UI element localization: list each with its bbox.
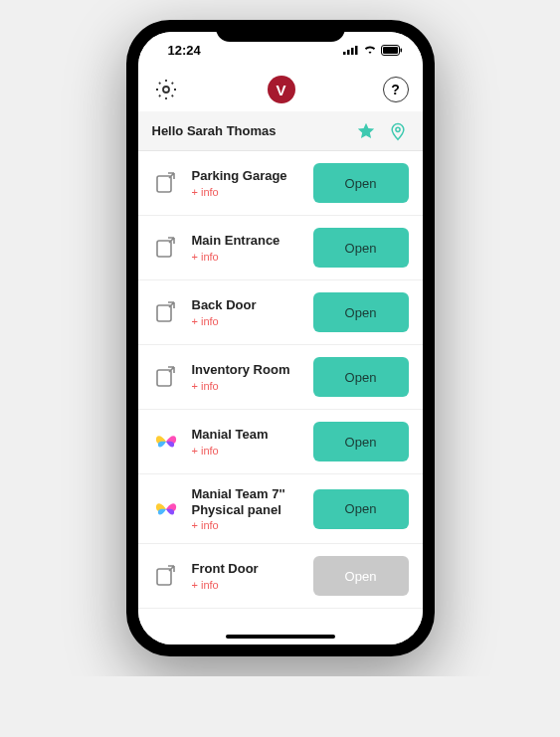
svg-rect-9 xyxy=(157,176,171,192)
door-list[interactable]: Parking Garage+ infoOpenMain Entrance+ i… xyxy=(138,151,423,645)
svg-point-7 xyxy=(163,87,169,92)
svg-rect-5 xyxy=(383,47,398,54)
item-body: Inventory Room+ info xyxy=(192,362,301,392)
status-indicators xyxy=(285,45,403,56)
item-body: Manial Team+ info xyxy=(192,427,301,457)
app-header: V ? xyxy=(138,68,423,111)
greeting-text: Hello Sarah Thomas xyxy=(152,123,277,138)
phone-frame: 12:24 V xyxy=(126,20,435,656)
open-button: Open xyxy=(313,556,409,596)
svg-rect-6 xyxy=(400,48,402,52)
open-button[interactable]: Open xyxy=(313,422,409,461)
item-body: Main Entrance+ info xyxy=(192,233,301,263)
wifi-icon xyxy=(363,45,377,55)
svg-rect-12 xyxy=(157,370,171,386)
item-body: Parking Garage+ info xyxy=(192,168,301,198)
help-button[interactable]: ? xyxy=(383,77,409,102)
item-info-link[interactable]: + info xyxy=(192,519,301,531)
list-item: Inventory Room+ infoOpen xyxy=(138,345,423,410)
svg-rect-10 xyxy=(157,241,171,257)
app-logo: V xyxy=(268,76,295,103)
item-body: Manial Team 7'' Physical panel+ info xyxy=(192,486,301,531)
item-info-link[interactable]: + info xyxy=(192,445,301,457)
item-title: Main Entrance xyxy=(192,233,301,249)
item-body: Front Door+ info xyxy=(192,561,301,591)
list-item: Main Entrance+ infoOpen xyxy=(138,216,423,280)
item-title: Front Door xyxy=(192,561,301,577)
item-title: Parking Garage xyxy=(192,168,301,184)
item-body: Back Door+ info xyxy=(192,297,301,327)
item-title: Back Door xyxy=(192,297,301,313)
svg-rect-2 xyxy=(351,48,354,55)
door-icon xyxy=(152,169,180,197)
home-indicator xyxy=(226,635,335,639)
list-item: Manial Team+ infoOpen xyxy=(138,410,423,474)
logo-letter: V xyxy=(276,82,285,98)
svg-rect-13 xyxy=(157,569,171,585)
greeting-actions xyxy=(355,120,409,142)
item-title: Inventory Room xyxy=(192,362,301,378)
phone-notch xyxy=(216,20,345,42)
list-item: Back Door+ infoOpen xyxy=(138,280,423,345)
door-icon xyxy=(152,298,180,326)
list-item: Manial Team 7'' Physical panel+ infoOpen xyxy=(138,474,423,544)
location-button[interactable] xyxy=(387,120,409,142)
svg-rect-0 xyxy=(343,52,346,55)
item-title: Manial Team xyxy=(192,427,301,443)
list-item: Front Door+ infoOpen xyxy=(138,544,423,609)
svg-rect-3 xyxy=(355,46,358,55)
battery-icon xyxy=(381,45,403,56)
item-info-link[interactable]: + info xyxy=(192,579,301,591)
item-info-link[interactable]: + info xyxy=(192,251,301,263)
butterfly-icon xyxy=(152,428,180,456)
settings-button[interactable] xyxy=(152,76,180,103)
list-item: Parking Garage+ infoOpen xyxy=(138,151,423,216)
open-button[interactable]: Open xyxy=(313,489,409,529)
help-label: ? xyxy=(391,82,400,97)
signal-icon xyxy=(343,45,359,55)
item-info-link[interactable]: + info xyxy=(192,186,301,198)
door-icon xyxy=(152,562,180,590)
open-button[interactable]: Open xyxy=(313,292,409,332)
door-icon xyxy=(152,363,180,391)
svg-point-8 xyxy=(395,127,399,131)
screen: 12:24 V xyxy=(138,32,423,645)
item-title: Manial Team 7'' Physical panel xyxy=(192,486,301,517)
open-button[interactable]: Open xyxy=(313,357,409,397)
svg-rect-1 xyxy=(347,50,350,55)
status-time: 12:24 xyxy=(158,43,285,58)
item-info-link[interactable]: + info xyxy=(192,315,301,327)
door-icon xyxy=(152,234,180,262)
svg-rect-11 xyxy=(157,305,171,321)
open-button[interactable]: Open xyxy=(313,228,409,268)
item-info-link[interactable]: + info xyxy=(192,380,301,392)
open-button[interactable]: Open xyxy=(313,163,409,203)
favorites-button[interactable] xyxy=(355,120,377,142)
greeting-bar: Hello Sarah Thomas xyxy=(138,111,423,151)
butterfly-icon xyxy=(152,495,180,523)
